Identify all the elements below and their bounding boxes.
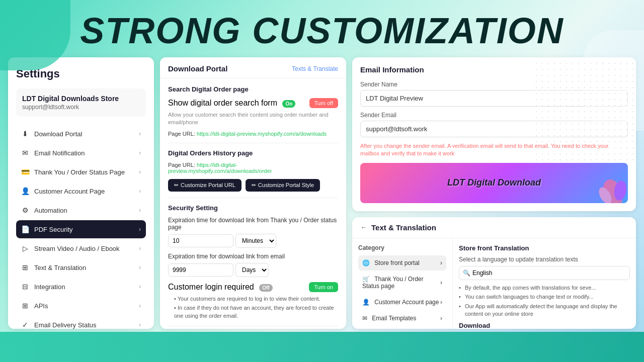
page-url-label: Page URL: https://ldt-digital-preview.my… <box>168 131 338 137</box>
category-heading: Category <box>358 244 446 251</box>
customize-url-button[interactable]: ✏ Customize Portal URL <box>168 179 242 192</box>
automation-icon: ⚙ <box>21 206 29 214</box>
download-label: Download <box>459 322 630 329</box>
sidebar-item-email-delivery[interactable]: ✓ Email Delivery Status › <box>16 316 146 334</box>
search-icon: 🔍 <box>463 269 470 277</box>
history-section: Digital Orders History page Page URL: ht… <box>168 149 338 192</box>
nav-label-apis: APIs <box>34 302 48 310</box>
cat-label-store-front: Store front portal <box>374 259 419 266</box>
stream-video-icon: ▷ <box>21 244 29 252</box>
customer-login-label: Customer login required Off <box>168 283 273 292</box>
customer-account-cat-icon: 👤 <box>362 299 370 306</box>
store-front-portal-icon: 🌐 <box>362 259 370 266</box>
badge-off: Off <box>259 284 272 292</box>
show-form-label: Show digital order search form On <box>168 99 295 108</box>
cat-chevron: › <box>440 299 442 306</box>
store-name: LDT Digital Downloads Store <box>22 95 140 103</box>
store-front-translation-title: Store front Translation <box>459 244 630 252</box>
translation-header: ← Text & Translation <box>352 217 636 238</box>
page-url-link[interactable]: https://ldt-digital-preview.myshopify.co… <box>197 131 327 137</box>
sidebar-item-pdf-security[interactable]: 📄 PDF Security › <box>16 220 146 238</box>
history-section-title: Digital Orders History page <box>168 149 338 157</box>
chevron-icon: › <box>139 130 141 137</box>
expiry-thankyou-input-row: Minutes <box>168 234 338 248</box>
chevron-icon: › <box>139 149 141 156</box>
settings-sidebar: Settings LDT Digital Downloads Store sup… <box>8 57 154 329</box>
texts-translate-link[interactable]: Texts & Translate <box>292 65 338 72</box>
info-bullet-2: You can switch languages to change text … <box>459 293 630 301</box>
cat-label-thank-you: Thank You / Order Status page <box>362 276 424 290</box>
show-form-row: Show digital order search form On Turn o… <box>168 98 338 108</box>
expiry-email-input[interactable] <box>168 263 233 277</box>
sidebar-item-text-translation[interactable]: ⊞ Text & Translation › <box>16 258 146 277</box>
nav-label-automation: Automation <box>34 207 67 214</box>
sidebar-item-email-notification[interactable]: ✉ Email Notification › <box>16 144 146 162</box>
cat-chevron: › <box>440 315 442 322</box>
sidebar-item-stream-video[interactable]: ▷ Stream Video / Audio / Ebook › <box>16 239 146 257</box>
sidebar-item-integration[interactable]: ⊟ Integration › <box>16 278 146 296</box>
turn-on-button[interactable]: Turn on <box>309 282 338 292</box>
language-input[interactable] <box>459 266 630 280</box>
sidebar-item-apis[interactable]: ⊞ APIs › <box>16 297 146 315</box>
security-section-title: Security Setting <box>168 204 338 212</box>
category-thank-you-status[interactable]: 🛒 Thank You / Order Status page › <box>358 272 446 294</box>
security-section: Security Setting Expiration time for dow… <box>168 204 338 320</box>
email-delivery-icon: ✓ <box>21 321 29 329</box>
customize-style-icon: ✏ <box>252 182 256 189</box>
search-section: Search Digital Order page Show digital o… <box>168 85 338 137</box>
thank-you-icon: 💳 <box>21 168 29 176</box>
email-templates-icon: ✉ <box>362 315 367 322</box>
panel-title: Download Portal <box>168 64 227 73</box>
text-translation-icon: ⊞ <box>21 263 29 272</box>
bottom-bar <box>0 332 644 362</box>
category-customer-account[interactable]: 👤 Customer Account page › <box>358 295 446 310</box>
nav-label-stream-video: Stream Video / Audio / Ebook <box>34 245 120 252</box>
expiry-email-unit[interactable]: Days <box>235 263 269 277</box>
customize-url-icon: ✏ <box>174 182 179 189</box>
divider3 <box>168 326 338 326</box>
store-info: LDT Digital Downloads Store support@ldts… <box>16 88 146 117</box>
chevron-icon: › <box>139 245 141 252</box>
nav-label-email-notification: Email Notification <box>34 149 85 157</box>
chevron-icon: › <box>139 302 141 309</box>
customer-account-icon: 👤 <box>21 187 29 195</box>
thank-you-status-icon: 🛒 <box>362 276 370 283</box>
sidebar-item-thank-you[interactable]: 💳 Thank You / Order Status Page › <box>16 163 146 181</box>
back-arrow-button[interactable]: ← <box>360 223 367 231</box>
chevron-icon: › <box>139 283 141 290</box>
turn-off-button[interactable]: Turn off <box>309 98 338 108</box>
cat-chevron: › <box>440 259 442 266</box>
expiry-thankyou-label: Expiration time for download link from T… <box>168 217 338 231</box>
nav-label-integration: Integration <box>34 283 65 291</box>
download-portal-icon: ⬇ <box>21 130 29 138</box>
download-portal-panel: Download Portal Texts & Translate Search… <box>160 57 346 329</box>
chevron-icon: › <box>139 168 141 175</box>
show-form-text: Show digital order search form <box>168 99 277 107</box>
nav-label-email-delivery: Email Delivery Status <box>34 321 97 329</box>
chevron-icon: › <box>139 188 141 195</box>
category-admin-portal[interactable]: ⊞ Admin portal › <box>358 327 446 329</box>
cat-label-email: Email Templates <box>372 315 416 322</box>
nav-label-text-translation: Text & Translation <box>34 264 86 272</box>
sidebar-item-download-portal[interactable]: ⬇ Download Portal › <box>16 125 146 143</box>
cat-chevron: › <box>440 279 442 286</box>
info-bullets: By default, the app comes with translati… <box>459 284 630 318</box>
expiry-email-label: Expiration time for download link from e… <box>168 253 338 260</box>
nav-label-thank-you: Thank You / Order Status Page <box>34 168 125 176</box>
sidebar-item-automation[interactable]: ⚙ Automation › <box>16 201 146 219</box>
customize-style-button[interactable]: ✏ Customize Portal Style <box>246 179 320 192</box>
info-bullet-3: Our App will automatically detect the la… <box>459 303 630 318</box>
chevron-icon: › <box>139 264 141 271</box>
expiry-thankyou-input[interactable] <box>168 234 233 247</box>
divider2 <box>168 198 338 198</box>
customize-btn-row: ✏ Customize Portal URL ✏ Customize Porta… <box>168 179 338 192</box>
hero-title: STRONG CUSTOMIZATION <box>0 0 644 57</box>
expiry-thankyou-unit[interactable]: Minutes <box>235 234 276 248</box>
decorative-dots <box>533 60 634 161</box>
login-bullet-1: Your customers are required to log in to… <box>174 295 338 303</box>
category-email-templates[interactable]: ✉ Email Templates › <box>358 311 446 326</box>
email-banner: LDT Digital Download <box>360 163 628 203</box>
store-email: support@ldtsoft.work <box>22 104 140 111</box>
category-store-front-portal[interactable]: 🌐 Store front portal › <box>358 255 446 270</box>
sidebar-item-customer-account[interactable]: 👤 Customer Account Page › <box>16 182 146 200</box>
